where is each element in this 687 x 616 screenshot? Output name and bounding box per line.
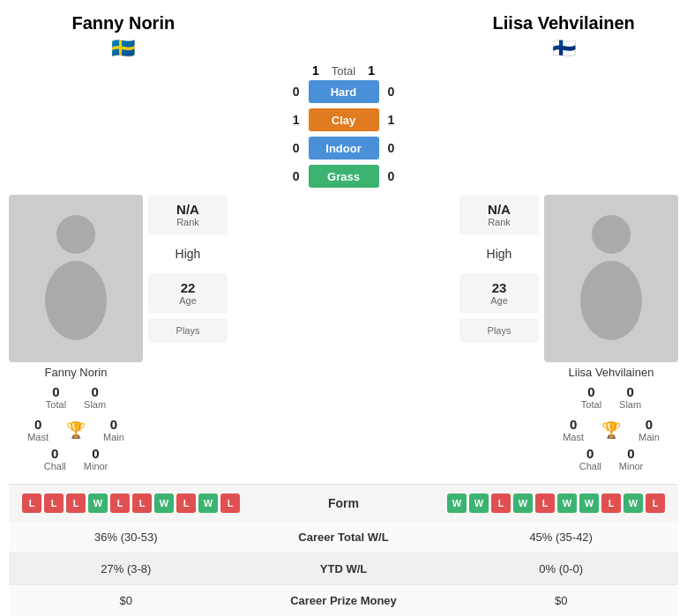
player1-stats-row1: 0 Total 0 Slam [9, 384, 143, 410]
player2-stats-row1: 0 Total 0 Slam [544, 384, 678, 410]
p2-grass: 0 [388, 169, 406, 183]
player2-age-val: 23 [492, 280, 507, 295]
player1-slam-stat: 0 Slam [84, 384, 106, 410]
form-badge-w: W [198, 494, 218, 513]
form-badge-w: W [154, 494, 174, 513]
player1-rank-val: N/A [176, 202, 199, 217]
p1-ytd-wl: 27% (3-8) [9, 553, 243, 585]
names-top-row: Fanny Norin 🇸🇪 Liisa Vehvilainen 🇫🇮 [9, 9, 678, 60]
form-badge-w: W [469, 494, 489, 513]
player1-high-val: High [175, 247, 201, 261]
p2-total: 1 [368, 63, 375, 78]
p2-ytd-wl: 0% (0-0) [444, 553, 678, 585]
main-container: Fanny Norin 🇸🇪 Liisa Vehvilainen 🇫🇮 1 To… [0, 0, 687, 616]
prize-label: Career Prize Money [243, 585, 444, 617]
player1-plays-label: Plays [176, 325, 200, 336]
player1-trophy-row: 0 Mast 🏆 0 Main [27, 417, 124, 442]
player2-minor-val: 0 [627, 446, 634, 461]
player2-photo [544, 195, 678, 362]
player2-photo-section: Liisa Vehvilainen 0 Total 0 Slam 0 Mast [544, 195, 678, 475]
stats-table: 36% (30-53) Career Total W/L 45% (35-42)… [9, 522, 678, 616]
player2-total-label: Total [581, 399, 601, 410]
player1-chall-label: Chall [44, 461, 66, 471]
player1-name-label: Fanny Norin [45, 366, 108, 379]
player1-age-box: 22 Age [148, 273, 228, 313]
player2-total-stat: 0 Total [581, 384, 601, 410]
player1-main-val: 0 [110, 417, 117, 432]
player2-slam-stat: 0 Slam [619, 384, 641, 410]
form-badge-w: W [557, 494, 577, 513]
player2-age-label: Age [490, 295, 508, 306]
form-section: LLLWLLWLWL Form WWLWLWWLWL [9, 484, 678, 522]
player1-total-stat: 0 Total [46, 384, 66, 410]
form-badge-l: L [535, 494, 555, 513]
player1-slam-val: 0 [91, 384, 98, 399]
player2-main-stat: 0 Main [638, 417, 660, 442]
form-badge-l: L [22, 494, 41, 513]
player2-full: N/A Rank High 23 Age Plays [459, 195, 678, 475]
player2-silhouette [567, 208, 655, 349]
surface-section: 0 Hard 0 1 Clay 1 0 Indoor 0 0 Grass 0 [9, 80, 678, 188]
form-badge-l: L [491, 494, 511, 513]
player2-rank-box: N/A Rank [459, 195, 539, 234]
player2-main-label: Main [638, 432, 660, 442]
player2-info-box: N/A Rank High 23 Age Plays [459, 195, 539, 475]
player2-minor-stat: 0 Minor [619, 446, 644, 471]
player1-trophy-icon: 🏆 [66, 420, 86, 440]
player1-rank-label: Rank [176, 217, 199, 227]
form-badge-l: L [646, 494, 665, 513]
player1-name-text: Fanny Norin [72, 13, 175, 33]
player2-trophy-icon: 🏆 [601, 420, 621, 440]
player1-silhouette [32, 208, 120, 349]
career-wl-row: 36% (30-53) Career Total W/L 45% (35-42) [9, 522, 678, 553]
player1-mast-val: 0 [34, 417, 41, 432]
player1-high-box: High [148, 240, 228, 268]
p2-prize: $0 [444, 585, 678, 617]
player2-trophy-row: 0 Mast 🏆 0 Main [563, 417, 660, 442]
player2-chall-val: 0 [586, 446, 594, 461]
player2-name-text: Liisa Vehvilainen [493, 13, 635, 33]
player1-total-label: Total [46, 399, 66, 410]
form-badge-l: L [110, 494, 130, 513]
form-badge-w: W [624, 494, 643, 513]
form-label: Form [328, 496, 359, 510]
player2-slam-label: Slam [619, 399, 641, 410]
hard-badge: Hard [309, 80, 379, 103]
player2-name-label: Liisa Vehvilainen [569, 366, 654, 379]
player1-main-label: Main [103, 432, 124, 442]
form-badge-l: L [220, 494, 240, 513]
surface-total-row: 1 Total 1 [9, 63, 678, 78]
player1-rank-box: N/A Rank [148, 195, 228, 234]
player2-slam-val: 0 [626, 384, 633, 399]
svg-point-0 [56, 215, 95, 254]
form-badge-l: L [44, 494, 63, 513]
form-badge-w: W [88, 494, 108, 513]
player1-plays-box: Plays [148, 318, 228, 343]
player1-total-val: 0 [52, 384, 59, 399]
player2-flag: 🇫🇮 [552, 37, 576, 60]
player1-chall-stat: 0 Chall [44, 446, 66, 471]
form-badge-w: W [513, 494, 533, 513]
player1-main-stat: 0 Main [103, 417, 124, 442]
p2-hard: 0 [388, 85, 406, 99]
p2-indoor: 0 [388, 141, 406, 155]
player1-minor-val: 0 [92, 446, 99, 461]
indoor-row: 0 Indoor 0 [9, 137, 678, 160]
p2-clay: 1 [388, 113, 406, 127]
p1-indoor: 0 [282, 141, 300, 155]
prize-row: $0 Career Prize Money $0 [9, 585, 678, 617]
player2-chall-stat: 0 Chall [579, 446, 601, 471]
form-badge-l: L [66, 494, 86, 513]
player2-age-box: 23 Age [459, 273, 539, 313]
player2-high-val: High [487, 247, 512, 261]
clay-badge: Clay [309, 108, 379, 131]
player1-age-val: 22 [181, 280, 196, 295]
player2-form-badges: WWLWLWWLWL [447, 494, 665, 513]
ytd-wl-label: YTD W/L [243, 553, 444, 585]
form-badge-l: L [132, 494, 152, 513]
player1-flag-container: 🇸🇪 [13, 37, 234, 60]
form-badge-w: W [579, 494, 599, 513]
player1-stats-row3: 0 Chall 0 Minor [9, 446, 143, 471]
hard-row: 0 Hard 0 [9, 80, 678, 103]
player1-photo-section: Fanny Norin 0 Total 0 Slam 0 Mast [9, 195, 143, 475]
